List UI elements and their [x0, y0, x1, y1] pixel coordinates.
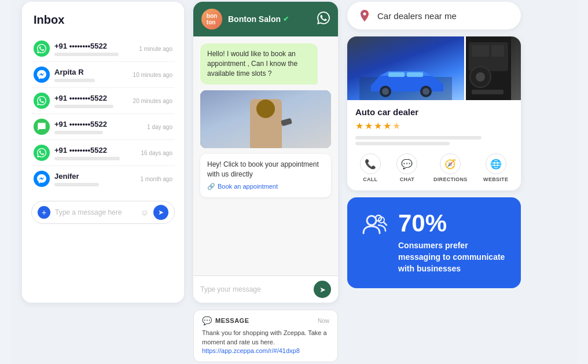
chat-header: bonton Bonton Salon ✔	[193, 2, 338, 36]
inbox-item-bar	[54, 183, 99, 186]
dealer-main-image	[347, 36, 464, 100]
website-icon: 🌐	[486, 153, 506, 174]
dealer-bar-1	[355, 136, 482, 139]
chat-book-link[interactable]: 🔗 Book an appointment	[207, 182, 324, 191]
inbox-item-time: 1 day ago	[147, 124, 172, 130]
dealer-name: Auto car dealer	[355, 107, 513, 117]
inbox-item-time: 16 days ago	[141, 150, 173, 156]
inbox-title: Inbox	[31, 13, 175, 27]
svg-rect-10	[472, 45, 489, 57]
chat-image	[200, 90, 331, 148]
messenger-icon	[34, 67, 50, 83]
sms-notification: 💬 MESSAGE Now Thank you for shopping wit…	[193, 310, 338, 362]
dealer-card: Auto car dealer ★ ★ ★ ★ ★ 📞 CALL	[347, 36, 521, 190]
inbox-item-bar	[54, 79, 95, 82]
svg-line-18	[384, 222, 387, 225]
inbox-item-name: Jenifer	[54, 172, 135, 181]
svg-point-5	[382, 88, 389, 95]
dealer-rating: ★ ★ ★ ★ ★	[355, 120, 513, 131]
chat-avatar: bonton	[201, 9, 222, 30]
inbox-item[interactable]: Arpita R 10 minutes ago	[31, 62, 175, 88]
chat-input-placeholder: Type your message	[200, 285, 309, 293]
inbox-item[interactable]: +91 ••••••••5522 16 days ago	[31, 140, 175, 166]
dealer-call-action[interactable]: 📞 CALL	[360, 153, 381, 182]
inbox-item-content: +91 ••••••••5522	[54, 120, 142, 134]
chat-input-row[interactable]: Type your message ➤	[193, 275, 338, 303]
star-1: ★	[355, 120, 363, 131]
inbox-item[interactable]: +91 ••••••••5522 20 minutes ago	[31, 88, 175, 114]
inbox-item-bar	[54, 131, 103, 134]
whatsapp-icon	[34, 93, 50, 109]
inbox-item[interactable]: +91 ••••••••5522 1 day ago	[31, 114, 175, 140]
dealer-actions: 📞 CALL 💬 CHAT 🧭 DIRECTIONS 🌐 WEBSITE	[347, 153, 521, 182]
main-container: Inbox +91 ••••••••5522 1 minute ago Arpi…	[10, 0, 578, 364]
inbox-item[interactable]: Jenifer 1 month ago	[31, 166, 175, 192]
whatsapp-header-icon	[317, 12, 330, 27]
google-maps-icon	[358, 9, 372, 23]
svg-point-0	[363, 13, 366, 16]
svg-rect-3	[407, 72, 423, 77]
inbox-add-button[interactable]: +	[38, 206, 50, 219]
messenger-icon	[34, 171, 50, 187]
dealer-directions-action[interactable]: 🧭 DIRECTIONS	[433, 153, 468, 182]
inbox-item[interactable]: +91 ••••••••5522 1 minute ago	[31, 36, 175, 62]
star-2: ★	[365, 120, 373, 131]
inbox-item-bar	[54, 53, 119, 56]
verified-badge: ✔	[283, 15, 289, 23]
dealer-images	[347, 36, 521, 100]
chat-text-card: Hey! Click to book your appointment with…	[200, 154, 331, 197]
call-label: CALL	[363, 177, 377, 182]
inbox-item-time: 10 minutes ago	[133, 72, 172, 78]
inbox-item-bar	[54, 105, 113, 108]
inbox-item-time: 20 minutes ago	[133, 98, 172, 104]
dealer-chat-action[interactable]: 💬 CHAT	[396, 153, 417, 182]
inbox-item-content: Arpita R	[54, 68, 128, 82]
chat-icon: 💬	[396, 153, 417, 174]
whatsapp-icon	[34, 145, 50, 161]
inbox-item-content: +91 ••••••••5522	[54, 42, 134, 56]
chat-column: bonton Bonton Salon ✔ Hello! I would lik…	[193, 2, 338, 362]
chat-label: CHAT	[400, 177, 415, 182]
dealer-bar-2	[355, 142, 450, 145]
search-bar[interactable]: Car dealers near me	[347, 2, 521, 30]
inbox-item-time: 1 minute ago	[139, 46, 172, 52]
inbox-input-row[interactable]: + Type a message here ☺ ➤	[31, 201, 175, 224]
inbox-send-button[interactable]: ➤	[153, 205, 168, 220]
dealer-info: Auto car dealer ★ ★ ★ ★ ★	[347, 107, 521, 145]
star-3: ★	[374, 120, 382, 131]
dealer-website-action[interactable]: 🌐 WEBSITE	[483, 153, 508, 182]
svg-rect-2	[388, 72, 405, 77]
inbox-item-name: Arpita R	[54, 68, 128, 76]
stats-percent: 70%	[398, 211, 507, 236]
sms-link[interactable]: https://app.zceppa.com/r/#/41dxp8	[202, 347, 300, 354]
inbox-items-container: +91 ••••••••5522 1 minute ago Arpita R 1…	[31, 36, 175, 192]
inbox-item-name: +91 ••••••••5522	[54, 146, 137, 155]
whatsapp-icon	[34, 41, 50, 57]
sms-body: Thank you for shopping with Zceppa. Take…	[202, 329, 329, 355]
right-panel: Car dealers near me	[347, 2, 521, 288]
inbox-item-bar	[54, 157, 120, 160]
sms-icon: 💬	[202, 316, 212, 325]
chat-panel: bonton Bonton Salon ✔ Hello! I would lik…	[193, 2, 338, 303]
inbox-item-time: 1 month ago	[140, 176, 172, 182]
chat-business-name: Bonton Salon ✔	[228, 14, 311, 24]
star-4: ★	[383, 120, 391, 131]
stats-people-icon	[361, 211, 389, 244]
chat-send-button[interactable]: ➤	[314, 281, 331, 298]
inbox-emoji-icon[interactable]: ☺	[141, 208, 149, 217]
inbox-item-content: Jenifer	[54, 172, 135, 186]
stats-content: 70% Consumers prefer messaging to commun…	[398, 211, 507, 274]
search-query: Car dealers near me	[377, 11, 510, 21]
imessage-icon	[34, 119, 50, 135]
svg-rect-11	[491, 45, 504, 57]
chat-messages: Hello! I would like to book an appointme…	[193, 36, 338, 275]
chat-bubble-1: Hello! I would like to book an appointme…	[200, 43, 318, 84]
sms-header: 💬 MESSAGE Now	[202, 316, 329, 325]
inbox-item-name: +91 ••••••••5522	[54, 120, 142, 128]
inbox-item-content: +91 ••••••••5522	[54, 94, 128, 108]
inbox-item-name: +91 ••••••••5522	[54, 94, 128, 102]
dealer-side-image	[466, 36, 521, 100]
inbox-panel: Inbox +91 ••••••••5522 1 minute ago Arpi…	[22, 2, 184, 303]
stats-description: Consumers prefer messaging to communicat…	[398, 240, 507, 274]
inbox-item-content: +91 ••••••••5522	[54, 146, 137, 160]
